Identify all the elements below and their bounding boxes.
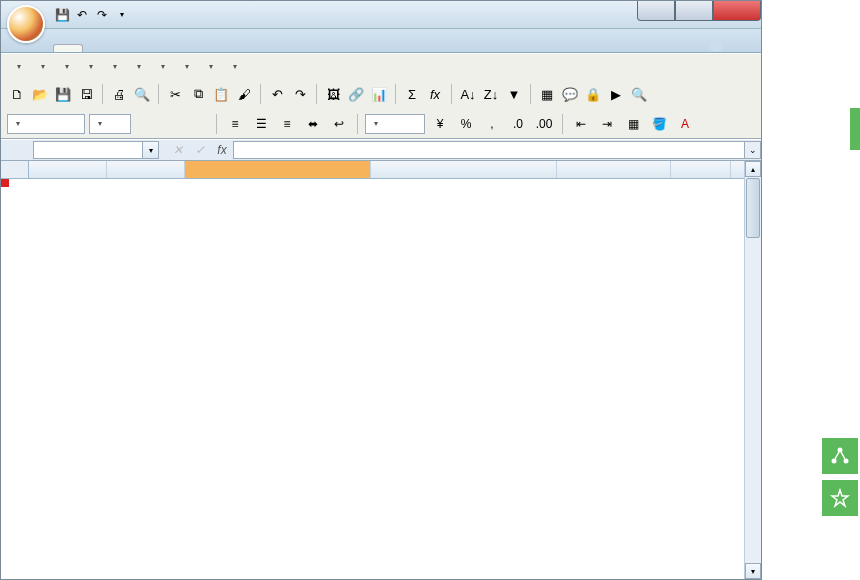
align-left-icon[interactable]: ≡	[224, 114, 246, 134]
menu-insert[interactable]: ▾	[103, 59, 125, 74]
tab-classic-menu[interactable]	[53, 44, 83, 52]
insert-function-icon[interactable]: fx	[211, 143, 233, 157]
save-icon[interactable]: 💾	[53, 6, 71, 24]
indent-inc-icon[interactable]: ⇥	[596, 114, 618, 134]
enter-formula-icon[interactable]: ✓	[189, 143, 211, 157]
tab-view[interactable]	[251, 45, 279, 52]
title-bar: 💾 ↶ ↷ ▾	[1, 1, 761, 29]
increase-decimal-icon[interactable]: .0	[507, 114, 529, 134]
formula-expand-icon[interactable]: ⌄	[745, 141, 761, 159]
menu-help[interactable]: ▾	[223, 59, 245, 74]
comment-icon[interactable]: 💬	[560, 84, 580, 104]
tab-formulas[interactable]	[167, 45, 195, 52]
col-header-F[interactable]	[671, 161, 731, 178]
percent-icon[interactable]: %	[455, 114, 477, 134]
align-right-icon[interactable]: ≡	[276, 114, 298, 134]
menu-edit[interactable]: ▾	[55, 59, 77, 74]
select-all-corner[interactable]	[1, 161, 29, 178]
table-icon[interactable]: ▦	[537, 84, 557, 104]
office-button[interactable]	[7, 5, 45, 43]
help-button[interactable]	[709, 38, 723, 52]
chart-icon[interactable]: 📊	[369, 84, 389, 104]
merge-icon[interactable]: ⬌	[302, 114, 324, 134]
new-icon[interactable]: 🗋	[7, 84, 27, 104]
saveas-icon[interactable]: 🖫	[76, 84, 96, 104]
name-box[interactable]	[33, 141, 143, 159]
tab-home[interactable]	[83, 45, 111, 52]
worksheet-grid[interactable]: ▴ ▾	[1, 161, 761, 579]
autosum-icon[interactable]: Σ	[402, 84, 422, 104]
comma-icon[interactable]: ,	[481, 114, 503, 134]
menu-tools[interactable]: ▾	[151, 59, 173, 74]
name-box-dropdown[interactable]: ▾	[143, 141, 159, 159]
copy-icon[interactable]: ⧉	[188, 84, 208, 104]
menu-all[interactable]: ▾	[7, 59, 29, 74]
protect-icon[interactable]: 🔒	[583, 84, 603, 104]
currency-icon[interactable]: ¥	[429, 114, 451, 134]
cut-icon[interactable]: ✂	[165, 84, 185, 104]
font-name-combo[interactable]: ▾	[7, 114, 85, 134]
wrap-icon[interactable]: ↩	[328, 114, 350, 134]
scroll-thumb[interactable]	[746, 178, 760, 238]
formula-bar[interactable]	[233, 141, 745, 159]
sort-asc-icon[interactable]: A↓	[458, 84, 478, 104]
italic-button[interactable]	[161, 114, 183, 134]
menu-data[interactable]: ▾	[175, 59, 197, 74]
undo-icon[interactable]: ↶	[267, 84, 287, 104]
tab-data[interactable]	[195, 45, 223, 52]
save-icon[interactable]: 💾	[53, 84, 73, 104]
standard-toolbar: 🗋 📂 💾 🖫 🖨 🔍 ✂ ⧉ 📋 🖌 ↶ ↷ 🖼 🔗 📊 Σ fx A↓ Z↓…	[1, 79, 761, 109]
tab-review[interactable]	[223, 45, 251, 52]
hyperlink-icon[interactable]: 🔗	[346, 84, 366, 104]
print-preview-icon[interactable]: 🔍	[132, 84, 152, 104]
underline-button[interactable]	[187, 114, 209, 134]
redo-icon[interactable]: ↷	[93, 6, 111, 24]
col-header-E[interactable]	[557, 161, 671, 178]
menu-format[interactable]: ▾	[127, 59, 149, 74]
col-header-C[interactable]	[185, 161, 371, 178]
align-center-icon[interactable]: ☰	[250, 114, 272, 134]
print-icon[interactable]: 🖨	[109, 84, 129, 104]
col-header-B[interactable]	[107, 161, 185, 178]
paste-icon[interactable]: 📋	[211, 84, 231, 104]
share-badge[interactable]	[822, 438, 858, 474]
bold-button[interactable]	[135, 114, 157, 134]
zoom-icon[interactable]: 🔍	[629, 84, 649, 104]
qat-dropdown-icon[interactable]: ▾	[113, 6, 131, 24]
open-icon[interactable]: 📂	[30, 84, 50, 104]
vertical-scrollbar[interactable]: ▴ ▾	[744, 161, 761, 579]
star-badge[interactable]	[822, 480, 858, 516]
col-header-D[interactable]	[371, 161, 557, 178]
menu-view[interactable]: ▾	[79, 59, 101, 74]
redo-icon[interactable]: ↷	[290, 84, 310, 104]
tab-page-layout[interactable]	[139, 45, 167, 52]
menu-file[interactable]: ▾	[31, 59, 53, 74]
maximize-button[interactable]	[675, 1, 713, 21]
cancel-formula-icon[interactable]: ✕	[167, 143, 189, 157]
tab-developer[interactable]	[279, 45, 307, 52]
number-format-combo[interactable]: ▾	[365, 114, 425, 134]
font-size-combo[interactable]: ▾	[89, 114, 131, 134]
close-button[interactable]	[713, 1, 761, 21]
minimize-button[interactable]	[637, 1, 675, 21]
borders-icon[interactable]: ▦	[622, 114, 644, 134]
scroll-up-icon[interactable]: ▴	[745, 161, 761, 177]
filter-icon[interactable]: ▼	[504, 84, 524, 104]
undo-icon[interactable]: ↶	[73, 6, 91, 24]
menu-window[interactable]: ▾	[199, 59, 221, 74]
tab-insert[interactable]	[111, 45, 139, 52]
scroll-down-icon[interactable]: ▾	[745, 563, 761, 579]
col-header-A[interactable]	[29, 161, 107, 178]
sort-desc-icon[interactable]: Z↓	[481, 84, 501, 104]
picture-icon[interactable]: 🖼	[323, 84, 343, 104]
tab-special[interactable]	[307, 45, 335, 52]
formatting-toolbar: ▾ ▾ ≡ ☰ ≡ ⬌ ↩ ▾ ¥ % , .0 .00 ⇤ ⇥ ▦ 🪣 A	[1, 109, 761, 139]
format-painter-icon[interactable]: 🖌	[234, 84, 254, 104]
fx-icon[interactable]: fx	[425, 84, 445, 104]
fill-color-icon[interactable]: 🪣	[648, 114, 670, 134]
decrease-decimal-icon[interactable]: .00	[533, 114, 555, 134]
classic-menubar: ▾ ▾ ▾ ▾ ▾ ▾ ▾ ▾ ▾ ▾	[1, 53, 761, 79]
indent-dec-icon[interactable]: ⇤	[570, 114, 592, 134]
font-color-icon[interactable]: A	[674, 114, 696, 134]
macro-icon[interactable]: ▶	[606, 84, 626, 104]
